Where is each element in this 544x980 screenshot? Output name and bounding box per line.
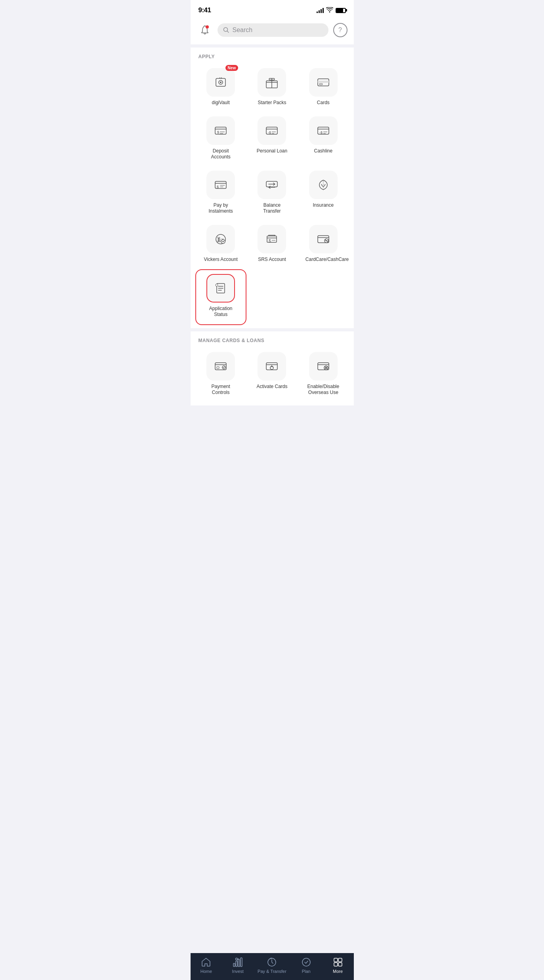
manage-label-enableDisable: Enable/Disable Overseas Use [305, 384, 341, 396]
search-icon [223, 27, 229, 33]
apply-label-personalLoan: Personal Loan [257, 148, 287, 154]
apply-icon-box-cards [309, 68, 338, 97]
personalLoan-icon: -$ [265, 124, 279, 138]
digiVault-icon [214, 75, 228, 89]
apply-icon-box-srsAccount: $ [258, 225, 286, 253]
apply-item-digiVault[interactable]: New digiVault [195, 64, 246, 112]
apply-item-srsAccount[interactable]: $ SRS Account [246, 221, 298, 269]
apply-item-depositAccounts[interactable]: $ Deposit Accounts [195, 112, 246, 167]
cards-icon [316, 75, 330, 89]
manage-icon-box-paymentControls [206, 352, 235, 381]
apply-label-cards: Cards [317, 100, 330, 106]
apply-item-cards[interactable]: Cards [298, 64, 349, 112]
manage-cards-grid: Payment Controls Activate Cards [191, 348, 354, 402]
svg-point-4 [220, 82, 221, 83]
svg-text:-$: -$ [319, 131, 323, 135]
payByInstalments-icon: $ [214, 178, 228, 192]
svg-rect-55 [217, 367, 219, 369]
battery-icon [336, 8, 346, 13]
apply-item-starterPacks[interactable]: Starter Packs [246, 64, 298, 112]
manage-label-activateCards: Activate Cards [256, 384, 287, 390]
apply-icon-box-personalLoan: -$ [258, 116, 286, 145]
balanceTransfer-icon [265, 178, 279, 192]
apply-item-payByInstalments[interactable]: $ Pay by Instalments [195, 167, 246, 221]
starterPacks-icon [265, 75, 279, 89]
insurance-icon [316, 178, 330, 192]
apply-grid: New digiVault [191, 64, 354, 325]
apply-label-srsAccount: SRS Account [258, 257, 286, 263]
manage-cards-title: MANAGE CARDS & LOANS [191, 338, 354, 348]
applicationStatus-icon [214, 281, 228, 295]
notification-bell-button[interactable] [197, 22, 213, 38]
manage-icon-box-activateCards [258, 352, 286, 381]
apply-icon-box-cashline: -$ [309, 116, 338, 145]
status-time: 9:41 [199, 6, 211, 14]
signal-bars-icon [317, 8, 324, 13]
header: Search ? [191, 19, 354, 44]
svg-text:$: $ [269, 239, 271, 243]
new-badge: New [225, 65, 239, 71]
apply-item-insurance[interactable]: Insurance [298, 167, 349, 221]
svg-text:$: $ [217, 130, 219, 134]
depositAccounts-icon: $ [214, 124, 228, 138]
help-button[interactable]: ? [333, 23, 347, 37]
apply-section: APPLY New digiVault [191, 48, 354, 328]
svg-point-59 [270, 366, 273, 369]
apply-label-digiVault: digiVault [212, 100, 230, 106]
wifi-icon [326, 7, 333, 14]
apply-label-starterPacks: Starter Packs [258, 100, 286, 106]
apply-icon-box-cardCareCashCare [309, 225, 338, 253]
status-bar: 9:41 [191, 0, 354, 19]
apply-label-cashline: Cashline [314, 148, 332, 154]
cashline-icon: -$ [316, 124, 330, 138]
svg-rect-8 [318, 81, 329, 83]
manage-label-paymentControls: Payment Controls [203, 384, 239, 396]
apply-item-applicationStatus[interactable]: Application Status [195, 269, 246, 325]
apply-label-vickersAccount: Vickers Account [204, 257, 238, 263]
svg-rect-9 [319, 84, 323, 85]
manage-icon-box-enableDisable [309, 352, 338, 381]
apply-icon-box-depositAccounts: $ [206, 116, 235, 145]
apply-icon-box-digiVault: New [206, 68, 235, 97]
status-icons [317, 7, 346, 14]
apply-label-cardCareCashCare: CardCare/CashCare [305, 257, 341, 263]
svg-point-0 [206, 25, 209, 29]
manage-item-activateCards[interactable]: Activate Cards [246, 348, 298, 402]
apply-item-personalLoan[interactable]: -$ Personal Loan [246, 112, 298, 167]
svg-point-52 [216, 284, 218, 286]
apply-icon-box-payByInstalments: $ [206, 171, 235, 199]
manage-cards-section: MANAGE CARDS & LOANS Payment Controls [191, 331, 354, 405]
svg-text:$: $ [217, 185, 219, 189]
apply-label-insurance: Insurance [313, 202, 334, 209]
vickersAccount-icon: $ ¥ [214, 232, 228, 246]
apply-icon-box-balanceTransfer [258, 171, 286, 199]
manage-item-paymentControls[interactable]: Payment Controls [195, 348, 246, 402]
cardCareCashCare-icon [316, 232, 330, 246]
apply-icon-box-vickersAccount: $ ¥ [206, 225, 235, 253]
apply-icon-box-insurance [309, 171, 338, 199]
apply-label-balanceTransfer: Balance Transfer [254, 202, 290, 215]
apply-item-cardCareCashCare[interactable]: CardCare/CashCare [298, 221, 349, 269]
apply-item-vickersAccount[interactable]: $ ¥ Vickers Account [195, 221, 246, 269]
manage-item-enableDisable[interactable]: Enable/Disable Overseas Use [298, 348, 349, 402]
help-icon: ? [338, 27, 342, 34]
apply-label-applicationStatus: Application Status [203, 306, 239, 318]
search-bar[interactable]: Search [218, 23, 328, 37]
apply-item-cashline[interactable]: -$ Cashline [298, 112, 349, 167]
apply-icon-box-starterPacks [258, 68, 286, 97]
apply-icon-box-applicationStatus [206, 274, 235, 303]
apply-label-depositAccounts: Deposit Accounts [203, 148, 239, 160]
enableDisableOverseas-icon [316, 359, 330, 373]
search-placeholder: Search [233, 27, 253, 34]
apply-label-payByInstalments: Pay by Instalments [203, 202, 239, 215]
srsAccount-icon: $ [265, 232, 279, 246]
apply-section-title: APPLY [191, 54, 354, 64]
apply-item-balanceTransfer[interactable]: Balance Transfer [246, 167, 298, 221]
paymentControls-icon [214, 359, 228, 373]
activateCards-icon [265, 359, 279, 373]
svg-text:-$: -$ [268, 131, 271, 135]
